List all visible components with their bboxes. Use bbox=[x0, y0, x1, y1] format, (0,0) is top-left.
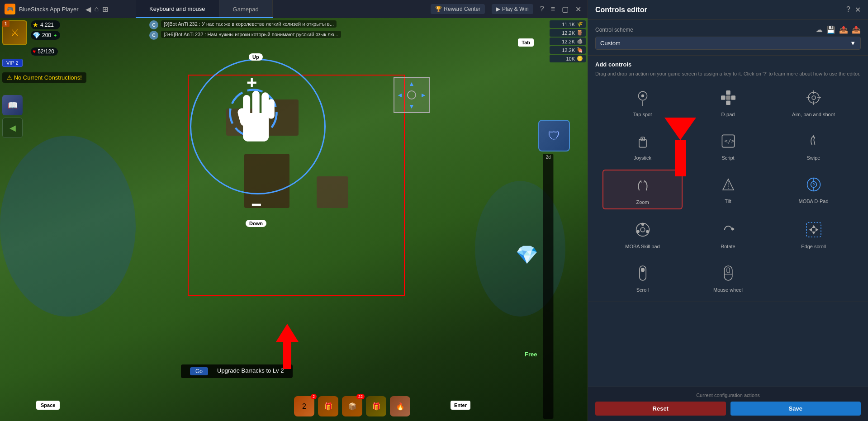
svg-text:</>: </> bbox=[724, 137, 735, 144]
save-scheme-icon[interactable]: 💾 bbox=[826, 25, 835, 34]
tab-gamepad[interactable]: Gamepad bbox=[219, 0, 273, 18]
vip-badge: VIP 2 bbox=[2, 59, 23, 67]
export-icon[interactable]: 📤 bbox=[839, 25, 848, 34]
zoom-icon bbox=[631, 174, 654, 197]
move-down-arrow: ▼ bbox=[408, 103, 415, 110]
control-rotate[interactable]: Rotate bbox=[688, 215, 768, 253]
cloud-icon[interactable]: ☁ bbox=[816, 25, 823, 34]
chat-message-2: C [3+9]Bot AnTi 232 : Нам нужны игроки к… bbox=[149, 31, 466, 40]
back-button[interactable]: ◀ bbox=[85, 5, 91, 14]
rotate-icon bbox=[717, 218, 740, 241]
svg-rect-14 bbox=[726, 96, 730, 100]
red-arrow-down-indicator bbox=[664, 118, 696, 176]
zoom-up-label: Up bbox=[249, 53, 263, 61]
mouse-wheel-label: Mouse wheel bbox=[713, 287, 743, 293]
aim-pan-shoot-label: Aim, pan and shoot bbox=[792, 112, 835, 117]
sidebar-arrow-icon[interactable]: ◀ bbox=[2, 118, 23, 138]
close-window-icon[interactable]: ✕ bbox=[575, 5, 581, 14]
swipe-label: Swipe bbox=[807, 155, 821, 161]
app-title: BlueStacks App Player bbox=[19, 6, 79, 13]
resource-stone: 12.2K 🪵 bbox=[550, 29, 586, 37]
tab-bar: Keyboard and mouse Gamepad bbox=[136, 0, 273, 18]
game-content: ⚔ ★ 4,221 💎 200 + ♥ 52/120 1 VIP 2 bbox=[0, 18, 588, 421]
control-tilt[interactable]: Tilt bbox=[688, 170, 768, 209]
move-box: ▲ ▼ ◄ ► bbox=[394, 77, 430, 113]
svg-rect-46 bbox=[724, 266, 732, 280]
tab-keyboard-mouse[interactable]: Keyboard and mouse bbox=[136, 0, 219, 18]
bottom-icon-1[interactable]: 2 2 bbox=[294, 396, 314, 416]
red-arrow-up bbox=[276, 324, 299, 369]
tap-spot-icon bbox=[631, 86, 654, 109]
control-script[interactable]: </> Script bbox=[688, 126, 768, 164]
reward-center-button[interactable]: 🏆 Reward Center bbox=[431, 4, 485, 14]
hp-bar: ♥ 52/120 bbox=[31, 47, 58, 56]
window-icon[interactable]: ▢ bbox=[562, 5, 569, 14]
moba-d-pad-label: MOBA D-Pad bbox=[798, 199, 828, 204]
svg-marker-26 bbox=[812, 135, 815, 138]
control-swipe[interactable]: Swipe bbox=[773, 126, 854, 164]
control-scheme-section: Control scheme ☁ 💾 📤 📥 Custom ▼ bbox=[588, 20, 868, 56]
resource-gold-right: 12.2K 🍖 bbox=[550, 46, 586, 54]
control-aim-pan-shoot[interactable]: Aim, pan and shoot bbox=[773, 83, 854, 121]
svg-rect-11 bbox=[726, 101, 730, 105]
control-mouse-wheel[interactable]: Mouse wheel bbox=[688, 258, 768, 296]
svg-rect-12 bbox=[721, 96, 726, 100]
chat-message-1: C [9]Bot AnTi 232 : У нас так же в корол… bbox=[149, 20, 466, 29]
home-button[interactable]: ⌂ bbox=[95, 5, 99, 14]
chat-avatar-2: C bbox=[149, 31, 158, 40]
move-left-arrow: ◄ bbox=[397, 91, 403, 99]
config-actions-title: Current configuration actions bbox=[595, 393, 861, 398]
upgrade-text: Upgrade Barracks to Lv 2 bbox=[217, 367, 284, 375]
badge-3: 22 bbox=[356, 394, 365, 399]
resource-food: 12.2K 🪨 bbox=[550, 38, 586, 45]
svg-point-36 bbox=[646, 230, 649, 233]
chat-area: C [9]Bot AnTi 232 : У нас так же в корол… bbox=[149, 20, 466, 41]
svg-rect-4 bbox=[261, 92, 269, 117]
joystick-label: Joystick bbox=[634, 155, 651, 161]
svg-point-16 bbox=[812, 96, 816, 99]
scheme-dropdown[interactable]: Custom ▼ bbox=[595, 37, 861, 50]
bottom-icon-3[interactable]: 22 📦 bbox=[342, 396, 362, 416]
svg-point-35 bbox=[641, 223, 644, 226]
app-logo: 🎮 bbox=[5, 4, 15, 14]
play-win-button[interactable]: ▶ Play & Win bbox=[492, 4, 533, 14]
zoom-label: Zoom bbox=[636, 199, 649, 205]
save-button[interactable]: Save bbox=[730, 402, 861, 416]
svg-rect-45 bbox=[641, 268, 645, 272]
control-moba-d-pad[interactable]: 5 MOBA D-Pad bbox=[773, 170, 854, 209]
menu-icon[interactable]: ≡ bbox=[551, 5, 555, 13]
titlebar-controls: ◀ ⌂ ⊞ bbox=[85, 5, 109, 14]
control-scroll[interactable]: Scroll bbox=[602, 258, 683, 296]
crystal-decoration: 💎 bbox=[516, 244, 538, 265]
bottom-icon-4[interactable]: 🎁 bbox=[366, 396, 386, 416]
help-icon[interactable]: ? bbox=[540, 5, 544, 13]
go-button[interactable]: Go bbox=[190, 367, 208, 375]
panel-close-icon[interactable]: ✕ bbox=[855, 5, 861, 14]
chat-text-2: [3+9]Bot AnTi 232 : Нам нужны игроки кот… bbox=[161, 31, 341, 38]
zoom-control[interactable]: Up + bbox=[172, 41, 344, 240]
svg-marker-38 bbox=[732, 227, 735, 231]
windows-button[interactable]: ⊞ bbox=[102, 5, 108, 14]
moba-skill-pad-label: MOBA Skill pad bbox=[625, 244, 659, 249]
control-tap-spot[interactable]: Tap spot bbox=[602, 83, 683, 121]
svg-point-37 bbox=[636, 230, 639, 233]
panel-help-icon[interactable]: ? bbox=[846, 5, 850, 14]
control-d-pad[interactable]: D-pad bbox=[688, 83, 768, 121]
import-icon[interactable]: 📥 bbox=[852, 25, 861, 34]
svg-marker-41 bbox=[812, 232, 816, 234]
svg-rect-47 bbox=[726, 268, 729, 273]
reset-button[interactable]: Reset bbox=[595, 402, 726, 416]
panel-header: Controls editor ? ✕ bbox=[588, 0, 868, 20]
control-moba-skill-pad[interactable]: MOBA Skill pad bbox=[602, 215, 683, 253]
tab-right-controls: 🏆 Reward Center ▶ Play & Win ? ≡ ▢ ✕ bbox=[431, 0, 581, 18]
control-edge-scroll[interactable]: Edge scroll bbox=[773, 215, 854, 253]
move-control[interactable]: ▲ ▼ ◄ ► bbox=[394, 77, 430, 113]
bottom-icon-5[interactable]: 🔥 bbox=[390, 396, 410, 416]
tilt-icon bbox=[717, 173, 740, 196]
svg-marker-43 bbox=[816, 228, 818, 232]
bottom-action-icons: 2 2 🎁 22 📦 🎁 🔥 bbox=[294, 396, 410, 416]
sidebar-book-icon[interactable]: 📖 bbox=[2, 95, 23, 115]
bottom-icon-2[interactable]: 🎁 bbox=[318, 396, 338, 416]
shield-icon-area[interactable]: 🛡 bbox=[538, 120, 570, 151]
d-pad-icon bbox=[717, 86, 740, 109]
